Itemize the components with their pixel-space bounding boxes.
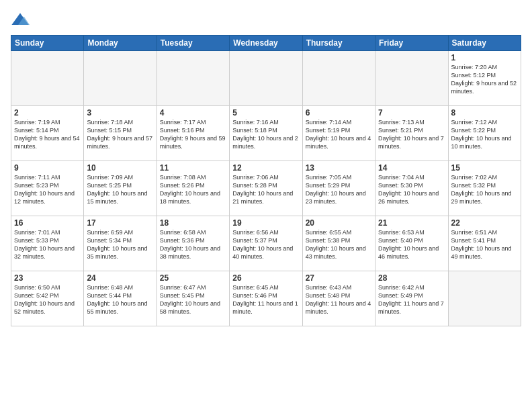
day-number: 22 — [451, 218, 518, 228]
day-info: Sunrise: 7:13 AM Sunset: 5:21 PM Dayligh… — [378, 118, 445, 151]
day-number: 27 — [306, 273, 372, 283]
calendar-cell: 28Sunrise: 6:42 AM Sunset: 5:49 PM Dayli… — [375, 271, 448, 326]
day-info: Sunrise: 7:09 AM Sunset: 5:25 PM Dayligh… — [87, 173, 153, 206]
day-number: 18 — [160, 218, 226, 228]
day-number: 8 — [451, 108, 518, 118]
day-info: Sunrise: 6:48 AM Sunset: 5:44 PM Dayligh… — [87, 283, 153, 316]
day-number: 2 — [14, 108, 81, 118]
day-number: 15 — [451, 163, 518, 173]
logo-icon — [11, 11, 30, 30]
day-number: 13 — [306, 163, 372, 173]
day-number: 5 — [232, 108, 299, 118]
calendar-cell: 5Sunrise: 7:16 AM Sunset: 5:18 PM Daylig… — [230, 106, 302, 161]
calendar-cell: 26Sunrise: 6:45 AM Sunset: 5:46 PM Dayli… — [230, 271, 302, 326]
calendar-cell — [84, 51, 157, 106]
day-number: 1 — [451, 53, 518, 62]
day-info: Sunrise: 7:04 AM Sunset: 5:30 PM Dayligh… — [378, 173, 445, 206]
day-number: 23 — [14, 273, 81, 283]
day-info: Sunrise: 6:51 AM Sunset: 5:41 PM Dayligh… — [451, 228, 518, 261]
weekday-header-thursday: Thursday — [302, 36, 375, 51]
calendar-cell: 25Sunrise: 6:47 AM Sunset: 5:45 PM Dayli… — [157, 271, 229, 326]
day-info: Sunrise: 7:19 AM Sunset: 5:14 PM Dayligh… — [14, 118, 81, 151]
day-number: 28 — [378, 273, 445, 283]
calendar-cell — [11, 51, 84, 106]
week-row-2: 2Sunrise: 7:19 AM Sunset: 5:14 PM Daylig… — [11, 106, 521, 161]
day-number: 19 — [232, 218, 299, 228]
calendar-cell: 27Sunrise: 6:43 AM Sunset: 5:48 PM Dayli… — [302, 271, 375, 326]
day-number: 6 — [306, 108, 372, 118]
day-info: Sunrise: 7:12 AM Sunset: 5:22 PM Dayligh… — [451, 118, 518, 151]
calendar-cell: 18Sunrise: 6:58 AM Sunset: 5:36 PM Dayli… — [157, 216, 229, 271]
day-number: 17 — [87, 218, 153, 228]
weekday-header-row: SundayMondayTuesdayWednesdayThursdayFrid… — [11, 36, 521, 51]
week-row-1: 1Sunrise: 7:20 AM Sunset: 5:12 PM Daylig… — [11, 51, 521, 106]
day-info: Sunrise: 7:05 AM Sunset: 5:29 PM Dayligh… — [306, 173, 372, 206]
day-info: Sunrise: 6:47 AM Sunset: 5:45 PM Dayligh… — [160, 283, 226, 316]
day-info: Sunrise: 7:14 AM Sunset: 5:19 PM Dayligh… — [306, 118, 372, 151]
day-info: Sunrise: 6:42 AM Sunset: 5:49 PM Dayligh… — [378, 283, 445, 316]
day-info: Sunrise: 7:16 AM Sunset: 5:18 PM Dayligh… — [232, 118, 299, 151]
calendar-cell: 14Sunrise: 7:04 AM Sunset: 5:30 PM Dayli… — [375, 161, 448, 216]
calendar-cell: 17Sunrise: 6:59 AM Sunset: 5:34 PM Dayli… — [84, 216, 157, 271]
calendar-cell: 16Sunrise: 7:01 AM Sunset: 5:33 PM Dayli… — [11, 216, 84, 271]
calendar-cell — [230, 51, 302, 106]
day-info: Sunrise: 6:56 AM Sunset: 5:37 PM Dayligh… — [232, 228, 299, 261]
week-row-3: 9Sunrise: 7:11 AM Sunset: 5:23 PM Daylig… — [11, 161, 521, 216]
day-info: Sunrise: 6:59 AM Sunset: 5:34 PM Dayligh… — [87, 228, 153, 261]
calendar-cell — [375, 51, 448, 106]
week-row-4: 16Sunrise: 7:01 AM Sunset: 5:33 PM Dayli… — [11, 216, 521, 271]
day-info: Sunrise: 7:20 AM Sunset: 5:12 PM Dayligh… — [451, 63, 518, 96]
weekday-header-tuesday: Tuesday — [157, 36, 229, 51]
calendar-cell: 8Sunrise: 7:12 AM Sunset: 5:22 PM Daylig… — [448, 106, 521, 161]
day-info: Sunrise: 6:50 AM Sunset: 5:42 PM Dayligh… — [14, 283, 81, 316]
calendar-cell: 11Sunrise: 7:08 AM Sunset: 5:26 PM Dayli… — [157, 161, 229, 216]
day-info: Sunrise: 6:53 AM Sunset: 5:40 PM Dayligh… — [378, 228, 445, 261]
calendar-cell — [448, 271, 521, 326]
calendar-cell: 7Sunrise: 7:13 AM Sunset: 5:21 PM Daylig… — [375, 106, 448, 161]
day-number: 14 — [378, 163, 445, 173]
calendar-cell: 24Sunrise: 6:48 AM Sunset: 5:44 PM Dayli… — [84, 271, 157, 326]
day-info: Sunrise: 6:45 AM Sunset: 5:46 PM Dayligh… — [232, 283, 299, 316]
weekday-header-friday: Friday — [375, 36, 448, 51]
day-number: 21 — [378, 218, 445, 228]
calendar-table: SundayMondayTuesdayWednesdayThursdayFrid… — [11, 35, 521, 326]
day-number: 12 — [232, 163, 299, 173]
day-info: Sunrise: 7:06 AM Sunset: 5:28 PM Dayligh… — [232, 173, 299, 206]
calendar-cell: 20Sunrise: 6:55 AM Sunset: 5:38 PM Dayli… — [302, 216, 375, 271]
calendar-cell: 10Sunrise: 7:09 AM Sunset: 5:25 PM Dayli… — [84, 161, 157, 216]
calendar-cell — [157, 51, 229, 106]
calendar-cell: 9Sunrise: 7:11 AM Sunset: 5:23 PM Daylig… — [11, 161, 84, 216]
calendar-cell: 12Sunrise: 7:06 AM Sunset: 5:28 PM Dayli… — [230, 161, 302, 216]
day-info: Sunrise: 7:18 AM Sunset: 5:15 PM Dayligh… — [87, 118, 153, 151]
calendar-cell: 21Sunrise: 6:53 AM Sunset: 5:40 PM Dayli… — [375, 216, 448, 271]
calendar-cell: 3Sunrise: 7:18 AM Sunset: 5:15 PM Daylig… — [84, 106, 157, 161]
logo — [11, 11, 32, 30]
day-number: 10 — [87, 163, 153, 173]
calendar-cell: 6Sunrise: 7:14 AM Sunset: 5:19 PM Daylig… — [302, 106, 375, 161]
calendar-cell: 4Sunrise: 7:17 AM Sunset: 5:16 PM Daylig… — [157, 106, 229, 161]
page-header — [11, 11, 521, 30]
day-info: Sunrise: 7:08 AM Sunset: 5:26 PM Dayligh… — [160, 173, 226, 206]
calendar-cell: 22Sunrise: 6:51 AM Sunset: 5:41 PM Dayli… — [448, 216, 521, 271]
calendar-cell: 2Sunrise: 7:19 AM Sunset: 5:14 PM Daylig… — [11, 106, 84, 161]
day-info: Sunrise: 7:11 AM Sunset: 5:23 PM Dayligh… — [14, 173, 81, 206]
calendar-cell: 19Sunrise: 6:56 AM Sunset: 5:37 PM Dayli… — [230, 216, 302, 271]
day-number: 25 — [160, 273, 226, 283]
week-row-5: 23Sunrise: 6:50 AM Sunset: 5:42 PM Dayli… — [11, 271, 521, 326]
day-info: Sunrise: 6:43 AM Sunset: 5:48 PM Dayligh… — [306, 283, 372, 316]
day-number: 3 — [87, 108, 153, 118]
calendar-cell: 1Sunrise: 7:20 AM Sunset: 5:12 PM Daylig… — [448, 51, 521, 106]
day-number: 16 — [14, 218, 81, 228]
day-number: 11 — [160, 163, 226, 173]
weekday-header-saturday: Saturday — [448, 36, 521, 51]
calendar-cell: 13Sunrise: 7:05 AM Sunset: 5:29 PM Dayli… — [302, 161, 375, 216]
weekday-header-wednesday: Wednesday — [230, 36, 302, 51]
calendar-cell — [302, 51, 375, 106]
day-number: 7 — [378, 108, 445, 118]
day-number: 26 — [232, 273, 299, 283]
day-info: Sunrise: 7:17 AM Sunset: 5:16 PM Dayligh… — [160, 118, 226, 151]
day-number: 9 — [14, 163, 81, 173]
day-number: 20 — [306, 218, 372, 228]
weekday-header-sunday: Sunday — [11, 36, 84, 51]
day-info: Sunrise: 6:58 AM Sunset: 5:36 PM Dayligh… — [160, 228, 226, 261]
